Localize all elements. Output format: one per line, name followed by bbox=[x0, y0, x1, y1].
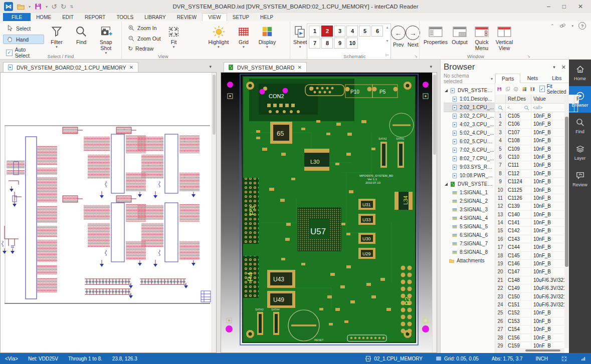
schematic-page-button[interactable]: 5 bbox=[359, 26, 370, 37]
output-window-button[interactable]: Output bbox=[449, 23, 471, 46]
pins-filter-input[interactable] bbox=[574, 104, 578, 112]
row-number-cell[interactable]: 8 bbox=[495, 170, 506, 178]
tree-item-page[interactable]: 8:02_7.CPU_... bbox=[444, 154, 495, 163]
table-row[interactable]: 8 C112 10nF_B 2 bbox=[495, 170, 564, 178]
refdes-cell[interactable]: C150 bbox=[506, 293, 531, 301]
row-number-cell[interactable]: 28 bbox=[495, 334, 506, 342]
sidebar-item[interactable]: Layer bbox=[569, 139, 591, 166]
properties-window-button[interactable]: Properties bbox=[423, 23, 449, 46]
value-cell[interactable]: 10uF/6.3V/3216 bbox=[531, 284, 564, 292]
sidebar-item[interactable]: Find bbox=[569, 113, 591, 139]
link-style-icon[interactable] bbox=[559, 22, 566, 30]
value-cell[interactable]: 10nF_B bbox=[531, 194, 564, 202]
menu-tab[interactable]: REPORT bbox=[79, 13, 111, 21]
refdes-cell[interactable]: C152 bbox=[506, 309, 531, 317]
schematic-page-button[interactable]: 7 bbox=[309, 38, 320, 49]
row-number-cell[interactable]: 2 bbox=[495, 120, 506, 128]
refdes-cell[interactable]: C146 bbox=[506, 260, 531, 268]
refdes-cell[interactable]: C140 bbox=[506, 211, 531, 219]
value-cell[interactable]: 10nF_B bbox=[531, 137, 564, 145]
close-tab-icon[interactable]: ✕ bbox=[129, 65, 133, 70]
tree-item-signal[interactable]: 2:SIGNAL_2 bbox=[444, 197, 495, 205]
hand-button[interactable]: Hand bbox=[3, 35, 44, 44]
row-number-cell[interactable]: 19 bbox=[495, 260, 506, 268]
vertical-view-button[interactable]: Vertical View bbox=[493, 23, 516, 51]
row-number-cell[interactable]: 1 bbox=[495, 112, 506, 120]
refdes-cell[interactable]: C109 bbox=[506, 145, 531, 153]
tree-item-signal[interactable]: 4:SIGNAL_4 bbox=[444, 214, 495, 222]
minimize-button[interactable]: – bbox=[547, 3, 550, 10]
link-dropdown-arrow[interactable]: ▾ bbox=[571, 24, 573, 28]
value-cell[interactable]: 10uF/6.3V/3216 bbox=[531, 293, 564, 301]
row-number-cell[interactable]: 7 bbox=[495, 161, 506, 169]
value-cell[interactable]: 10uF/6.3V/3216 bbox=[531, 276, 564, 284]
menu-tab[interactable]: REVIEW bbox=[171, 13, 202, 21]
value-cell[interactable]: 10nF_B bbox=[531, 268, 564, 276]
pcb-document-tab[interactable]: DVR_SYSTEM_BOARD ✕ bbox=[224, 62, 307, 72]
refdes-cell[interactable]: C147 bbox=[506, 268, 531, 276]
customize-toolbar-arrow[interactable]: ⇅ bbox=[70, 5, 74, 9]
tree-root-schematic[interactable]: DVR_SYSTEM_BO... bbox=[444, 86, 495, 95]
browser-tab[interactable]: Nets bbox=[520, 74, 544, 83]
row-number-cell[interactable]: 21 bbox=[495, 276, 506, 284]
redraw-button[interactable]: ↻ Redraw bbox=[125, 45, 164, 53]
value-cell[interactable]: 10nF_B bbox=[531, 219, 564, 227]
tree-item-page[interactable]: 1:01.Descrip... bbox=[444, 95, 495, 103]
filter-icon-cell[interactable] bbox=[495, 104, 506, 112]
quick-menu-button[interactable]: Quick Menu bbox=[471, 23, 493, 51]
pane-splitter[interactable] bbox=[217, 60, 221, 353]
value-cell[interactable]: 10nF_B bbox=[531, 309, 564, 317]
row-number-cell[interactable]: 24 bbox=[495, 301, 506, 309]
status-grid[interactable]: Grid: 0.05, 0.05 bbox=[436, 355, 479, 361]
tab-list-dropdown-icon[interactable]: ▾ bbox=[430, 64, 432, 69]
refdes-cell[interactable]: C112 bbox=[506, 170, 531, 178]
schematic-document-tab[interactable]: DVR_SYSTEM_BOARD:02_1.CPU_MEMORY ✕ bbox=[3, 62, 138, 72]
undo-button[interactable]: ↺ bbox=[51, 3, 57, 10]
panel-dropdown-icon[interactable]: ▾ bbox=[553, 65, 555, 70]
tree-item-page[interactable]: 5:02_4.CPU_... bbox=[444, 129, 495, 137]
menu-tab[interactable]: HOME bbox=[31, 13, 57, 21]
row-number-cell[interactable]: 26 bbox=[495, 317, 506, 325]
row-number-cell[interactable]: 14 bbox=[495, 219, 506, 227]
tree-item-signal[interactable]: 1:SIGNAL_1 bbox=[444, 188, 495, 197]
table-hscrollbar[interactable] bbox=[495, 348, 564, 353]
zoom-out-button[interactable]: Zoom Out bbox=[125, 34, 164, 43]
maximize-button[interactable]: □ bbox=[562, 3, 566, 10]
tree-item-signal[interactable]: 3:SIGNAL_3 bbox=[444, 205, 495, 214]
column-header-pins[interactable]: Pi bbox=[574, 95, 579, 104]
expander-icon[interactable] bbox=[445, 89, 448, 92]
sidebar-item[interactable]: Review bbox=[569, 166, 591, 192]
menu-tab[interactable]: HELP bbox=[255, 13, 279, 21]
refdes-cell[interactable]: C145 bbox=[506, 252, 531, 260]
pcb-canvas[interactable]: CON2 P10 P5 bbox=[221, 72, 437, 353]
row-number-cell[interactable]: 18 bbox=[495, 252, 506, 260]
value-cell[interactable]: 10nF_B bbox=[531, 243, 564, 251]
refdes-cell[interactable]: C105 bbox=[506, 112, 531, 120]
select-button[interactable]: Select bbox=[3, 24, 44, 33]
panel-close-icon[interactable]: ✕ bbox=[561, 64, 566, 71]
value-cell[interactable]: 10nF_B bbox=[531, 170, 564, 178]
zoom-in-button[interactable]: Zoom In bbox=[125, 24, 164, 33]
refdes-cell[interactable]: C107 bbox=[506, 129, 531, 137]
table-row[interactable]: 3 C107 10nF_B 2 bbox=[495, 129, 564, 137]
tree-item-page[interactable]: 4:02_3.CPU_... bbox=[444, 120, 495, 129]
value-cell[interactable]: 10nF_B bbox=[531, 161, 564, 169]
open-file-button[interactable] bbox=[17, 3, 25, 11]
tree-item-signal[interactable]: 8:SIGNAL_8 bbox=[444, 248, 495, 256]
table-row[interactable]: 15 C142 10nF_B 2 bbox=[495, 227, 564, 235]
row-number-cell[interactable]: 16 bbox=[495, 235, 506, 243]
table-row[interactable]: 20 C147 10nF_B 2 bbox=[495, 268, 564, 276]
table-row[interactable]: 24 C151 10uF/6.3V/3216 2 bbox=[495, 301, 564, 309]
table-row[interactable]: 6 C110 10nF_B 2 bbox=[495, 153, 564, 161]
display-button[interactable]: Display▾ bbox=[255, 23, 280, 49]
tree-item-page[interactable]: 6:02_5.CPU_I... bbox=[444, 137, 495, 146]
row-number-cell[interactable]: 15 bbox=[495, 227, 506, 235]
collapse-ribbon-icon[interactable]: ⌃ bbox=[550, 24, 554, 29]
refdes-cell[interactable]: C110 bbox=[506, 153, 531, 161]
table-row[interactable]: 27 C154 10nF_B 2 bbox=[495, 325, 564, 333]
tree-item-attachments[interactable]: Attachments bbox=[444, 256, 495, 265]
schematic-page-button[interactable]: 6 bbox=[371, 26, 383, 37]
menu-tab[interactable]: TOOLS bbox=[111, 13, 139, 21]
table-vscrollbar[interactable] bbox=[564, 95, 569, 348]
refdes-cell[interactable]: C139 bbox=[506, 202, 531, 210]
